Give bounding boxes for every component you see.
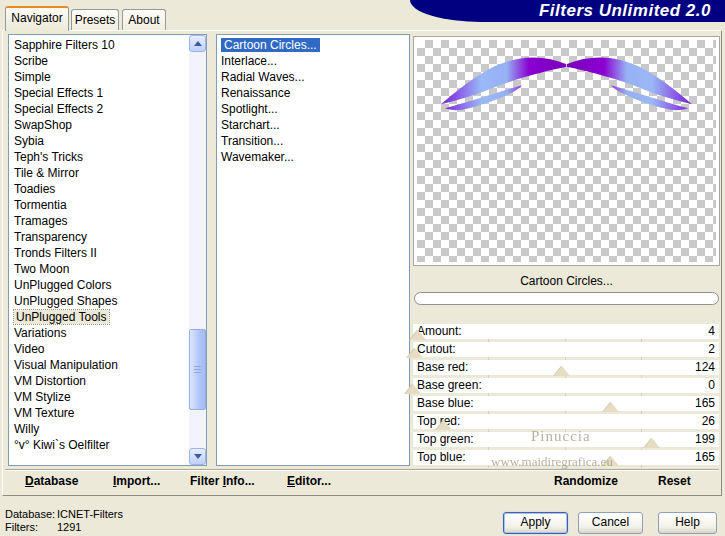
parameter-bar[interactable]: Top green:199 xyxy=(413,432,719,447)
category-item[interactable]: Tramages xyxy=(14,213,206,229)
category-item[interactable]: VM Stylize xyxy=(14,389,206,405)
category-item[interactable]: Visual Manipulation xyxy=(14,357,206,373)
category-item-label: Simple xyxy=(14,70,51,84)
category-item[interactable]: UnPlugged Shapes xyxy=(14,293,206,309)
category-item-label: Toadies xyxy=(14,182,55,196)
chevron-up-icon xyxy=(194,41,202,46)
slider-marker-icon[interactable] xyxy=(603,456,619,466)
slider-marker-icon[interactable] xyxy=(644,438,660,448)
parameter-value: 0 xyxy=(708,378,715,393)
cancel-button[interactable]: Cancel xyxy=(578,512,643,534)
filter-item[interactable]: Interlace... xyxy=(221,53,409,69)
category-item[interactable]: Scribe xyxy=(14,53,206,69)
parameter-slider[interactable]: Base green:0 xyxy=(413,378,719,396)
filter-item[interactable]: Wavemaker... xyxy=(221,149,409,165)
tab-navigator[interactable]: Navigator xyxy=(5,6,69,31)
parameter-slider[interactable]: Cutout:2 xyxy=(413,342,719,360)
filter-item[interactable]: Transition... xyxy=(221,133,409,149)
category-item[interactable]: VM Distortion xyxy=(14,373,206,389)
filter-item[interactable]: Radial Waves... xyxy=(221,69,409,85)
parameter-value: 165 xyxy=(695,396,715,411)
scroll-up-button[interactable] xyxy=(189,35,206,52)
divider xyxy=(5,469,719,471)
reset-button[interactable]: Reset xyxy=(658,474,691,488)
filter-info-button[interactable]: Filter Info... xyxy=(190,474,255,488)
preview-wings-image xyxy=(417,40,716,262)
filter-list[interactable]: Cartoon Circles...Interlace...Radial Wav… xyxy=(216,34,410,466)
category-item[interactable]: UnPlugged Colors xyxy=(14,277,206,293)
scrollbar-thumb[interactable] xyxy=(189,329,206,410)
parameter-slider[interactable]: Top blue:165 xyxy=(413,450,719,468)
parameter-slider[interactable]: Base blue:165 xyxy=(413,396,719,414)
parameter-slider[interactable]: Base red:124 xyxy=(413,360,719,378)
filter-item[interactable]: Starchart... xyxy=(221,117,409,133)
parameter-value: 199 xyxy=(695,432,715,447)
filter-item[interactable]: Spotlight... xyxy=(221,101,409,117)
filter-item-label: Cartoon Circles... xyxy=(221,38,320,52)
parameter-bar[interactable]: Top blue:165 xyxy=(413,450,719,465)
category-item-label: Willy xyxy=(14,422,39,436)
category-item-label: Transparency xyxy=(14,230,87,244)
filter-item-label: Renaissance xyxy=(221,86,290,100)
category-item-label: Tronds Filters II xyxy=(14,246,97,260)
category-item[interactable]: Variations xyxy=(14,325,206,341)
database-button[interactable]: Database xyxy=(25,474,78,488)
filter-item[interactable]: Cartoon Circles... xyxy=(221,37,409,53)
parameter-bar[interactable]: Cutout:2 xyxy=(413,342,719,357)
parameter-bar[interactable]: Top red:26 xyxy=(413,414,719,429)
category-item[interactable]: Tile & Mirror xyxy=(14,165,206,181)
category-scrollbar[interactable] xyxy=(189,35,206,465)
randomize-button[interactable]: Randomize xyxy=(554,474,618,488)
filter-item[interactable]: Renaissance xyxy=(221,85,409,101)
category-item[interactable]: Simple xyxy=(14,69,206,85)
category-item[interactable]: Teph's Tricks xyxy=(14,149,206,165)
parameter-slider[interactable]: Top green:199 xyxy=(413,432,719,450)
category-item[interactable]: SwapShop xyxy=(14,117,206,133)
category-item-label: °v° Kiwi`s Oelfilter xyxy=(14,438,110,452)
category-list[interactable]: Sapphire Filters 10ScribeSimpleSpecial E… xyxy=(8,34,207,466)
category-item-label: Scribe xyxy=(14,54,48,68)
slider-marker-icon[interactable] xyxy=(603,402,619,412)
category-item-label: SwapShop xyxy=(14,118,72,132)
category-item[interactable]: Two Moon xyxy=(14,261,206,277)
tab-about[interactable]: About xyxy=(122,9,166,31)
scroll-down-button[interactable] xyxy=(189,448,206,465)
category-item[interactable]: VM Texture xyxy=(14,405,206,421)
parameter-bar[interactable]: Amount:4 xyxy=(413,324,719,339)
slider-marker-icon[interactable] xyxy=(407,348,423,358)
category-item[interactable]: Sapphire Filters 10 xyxy=(14,37,206,53)
chevron-down-icon xyxy=(194,454,202,459)
slider-marker-icon[interactable] xyxy=(410,330,426,340)
category-item[interactable]: Willy xyxy=(14,421,206,437)
parameter-bar[interactable]: Base green:0 xyxy=(413,378,719,393)
slider-marker-icon[interactable] xyxy=(554,366,570,376)
parameter-slider[interactable]: Amount:4 xyxy=(413,324,719,342)
category-item[interactable]: Video xyxy=(14,341,206,357)
category-item[interactable]: Transparency xyxy=(14,229,206,245)
category-item[interactable]: UnPlugged Tools xyxy=(14,309,206,325)
category-item-label: Two Moon xyxy=(14,262,69,276)
slider-marker-icon[interactable] xyxy=(436,420,452,430)
help-button[interactable]: Help xyxy=(658,512,717,534)
category-item[interactable]: Sybia xyxy=(14,133,206,149)
category-item-label: Visual Manipulation xyxy=(14,358,118,372)
category-item[interactable]: °v° Kiwi`s Oelfilter xyxy=(14,437,206,453)
status-database-label: Database: xyxy=(5,508,55,520)
category-item[interactable]: Toadies xyxy=(14,181,206,197)
parameter-slider[interactable]: Top red:26 xyxy=(413,414,719,432)
category-item-label: UnPlugged Colors xyxy=(14,278,111,292)
category-item-label: UnPlugged Tools xyxy=(14,310,109,324)
slider-marker-icon[interactable] xyxy=(405,384,421,394)
category-item[interactable]: Tormentia xyxy=(14,197,206,213)
category-item-label: Special Effects 2 xyxy=(14,102,103,116)
tab-presets[interactable]: Presets xyxy=(71,9,119,31)
apply-button[interactable]: Apply xyxy=(503,512,568,534)
parameter-bar[interactable]: Base blue:165 xyxy=(413,396,719,411)
category-item[interactable]: Special Effects 1 xyxy=(14,85,206,101)
category-item[interactable]: Tronds Filters II xyxy=(14,245,206,261)
parameter-sliders: Amount:4Cutout:2Base red:124Base green:0… xyxy=(413,324,719,468)
category-item[interactable]: Special Effects 2 xyxy=(14,101,206,117)
category-item-label: Variations xyxy=(14,326,66,340)
editor-button[interactable]: Editor... xyxy=(287,474,331,488)
import-button[interactable]: Import... xyxy=(113,474,160,488)
